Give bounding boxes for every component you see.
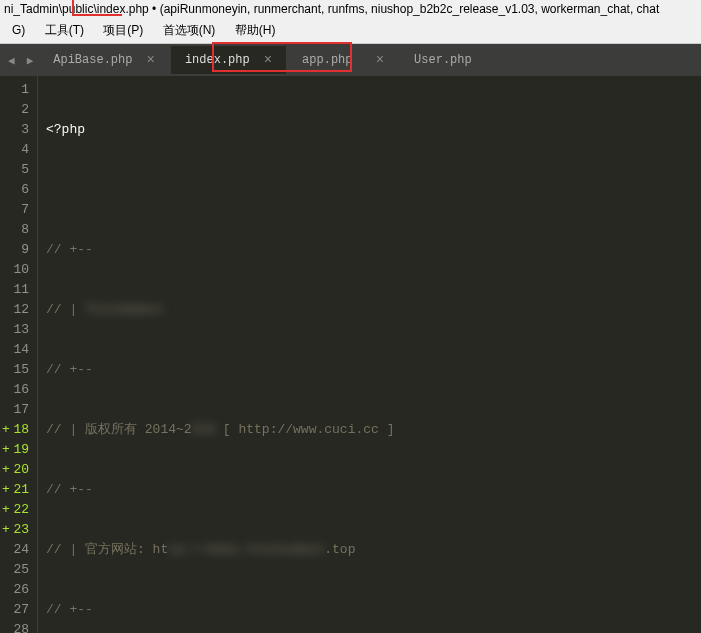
- line-number: 26: [4, 580, 29, 600]
- line-number: 7: [4, 200, 29, 220]
- line-number: 27: [4, 600, 29, 620]
- code-line: // | ThinkAdmin: [46, 300, 701, 320]
- line-number: 12: [4, 300, 29, 320]
- line-number: 14: [4, 340, 29, 360]
- menu-project-label: 项目(P): [103, 23, 143, 37]
- line-number: 16: [4, 380, 29, 400]
- line-number: 4: [4, 140, 29, 160]
- line-number: 2: [4, 100, 29, 120]
- code-line: // | 官方网站: http://demo.thinkadmin.top: [46, 540, 701, 560]
- menu-help-label: 帮助(H): [235, 23, 276, 37]
- line-number: 10: [4, 260, 29, 280]
- tab-arrow-left-icon[interactable]: ◀: [2, 54, 21, 67]
- menu-help[interactable]: 帮助(H): [227, 20, 284, 41]
- line-number: 6: [4, 180, 29, 200]
- code-line: // +--: [46, 480, 701, 500]
- menu-tools[interactable]: 工具(T): [37, 20, 92, 41]
- code-line: // +--: [46, 240, 701, 260]
- title-bar: ni_Tadmin\public\index.php • (apiRunmone…: [0, 0, 701, 18]
- menu-bar: G) 工具(T) 项目(P) 首选项(N) 帮助(H): [0, 18, 701, 44]
- tab-label: User.php: [414, 53, 496, 67]
- line-number: 22: [4, 500, 29, 520]
- line-number: 17: [4, 400, 29, 420]
- menu-preferences[interactable]: 首选项(N): [155, 20, 224, 41]
- tab-user[interactable]: User.php: [400, 47, 510, 73]
- close-icon[interactable]: ×: [362, 52, 384, 68]
- line-number: 13: [4, 320, 29, 340]
- menu-go[interactable]: G): [4, 21, 33, 39]
- tab-label: ApiBase.php: [53, 53, 132, 67]
- line-number: 20: [4, 460, 29, 480]
- code-line: // | 版权所有 2014~2019 [ http://www.cuci.cc…: [46, 420, 701, 440]
- tab-bar: ◀ ▶ ApiBase.php × index.php × app.php × …: [0, 44, 701, 76]
- line-number: 21: [4, 480, 29, 500]
- gutter: 1 2 3 4 5 6 7 8 9 10 11 12 13 14 15 16 1…: [0, 76, 38, 633]
- close-icon[interactable]: ×: [250, 52, 272, 68]
- line-number: 9: [4, 240, 29, 260]
- line-number: 8: [4, 220, 29, 240]
- close-icon[interactable]: ×: [132, 52, 154, 68]
- line-number: 5: [4, 160, 29, 180]
- line-number: 3: [4, 120, 29, 140]
- code-area[interactable]: <?php // +-- // | ThinkAdmin // +-- // |…: [38, 76, 701, 633]
- code-line: // +--: [46, 600, 701, 620]
- code-line: <?php: [46, 120, 701, 140]
- tab-app[interactable]: app.php ×: [288, 46, 398, 74]
- tab-label: index.php: [185, 53, 250, 67]
- line-number: 25: [4, 560, 29, 580]
- line-number: 18: [4, 420, 29, 440]
- menu-project[interactable]: 项目(P): [95, 20, 151, 41]
- menu-preferences-label: 首选项(N): [163, 23, 216, 37]
- editor[interactable]: 1 2 3 4 5 6 7 8 9 10 11 12 13 14 15 16 1…: [0, 76, 701, 633]
- line-number: 1: [4, 80, 29, 100]
- tab-arrow-right-icon[interactable]: ▶: [21, 54, 40, 67]
- tab-index[interactable]: index.php ×: [171, 46, 286, 74]
- line-number: 15: [4, 360, 29, 380]
- tab-label: app.php: [302, 53, 362, 67]
- line-number: 19: [4, 440, 29, 460]
- menu-tools-label: 工具(T): [45, 23, 84, 37]
- line-number: 11: [4, 280, 29, 300]
- code-line: [46, 180, 701, 200]
- line-number: 28: [4, 620, 29, 633]
- code-line: // +--: [46, 360, 701, 380]
- line-number: 23: [4, 520, 29, 540]
- tab-apibase[interactable]: ApiBase.php ×: [39, 46, 169, 74]
- line-number: 24: [4, 540, 29, 560]
